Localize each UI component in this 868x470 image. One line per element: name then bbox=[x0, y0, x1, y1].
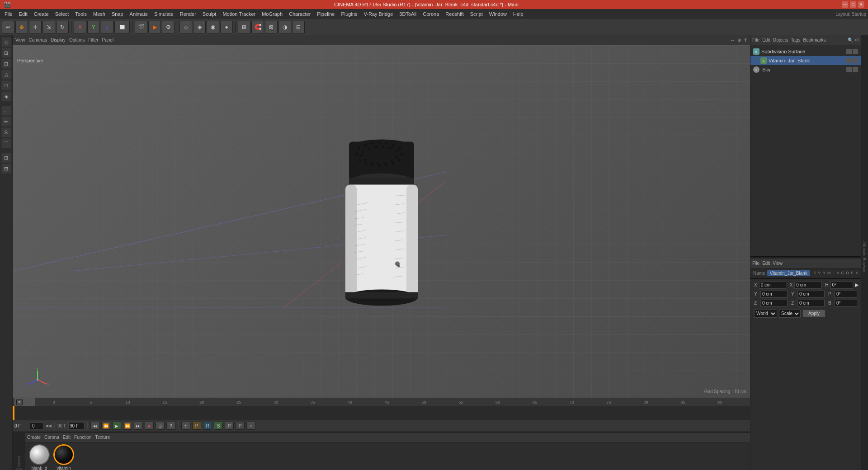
rot-key-btn[interactable]: R bbox=[203, 422, 212, 430]
tool-grid2[interactable]: ⊞ bbox=[1, 153, 11, 163]
menu-mesh[interactable]: Mesh bbox=[90, 10, 108, 18]
coord-h-input[interactable] bbox=[830, 282, 853, 289]
axis-z-button[interactable]: Z bbox=[101, 21, 113, 33]
obj-search-icon[interactable]: 🔍 bbox=[848, 38, 853, 42]
poly-mode-button[interactable]: ◈ bbox=[193, 21, 206, 33]
keyframe-btn[interactable]: ⊙ bbox=[156, 422, 165, 430]
obj-mode-button[interactable]: ◇ bbox=[179, 21, 192, 33]
vp-nav-zoom[interactable]: ⊕ bbox=[737, 38, 741, 42]
tool-dollar[interactable]: S bbox=[1, 127, 11, 137]
obj-vitamin-jar[interactable]: L Vitamin_Jar_Blank bbox=[750, 56, 861, 65]
timeline-options-btn[interactable]: ≡ bbox=[16, 399, 23, 405]
mat-texture-menu[interactable]: Texture bbox=[95, 435, 110, 440]
viewport-content[interactable]: Perspective bbox=[13, 45, 750, 398]
coord-p-input[interactable] bbox=[835, 291, 857, 298]
point-mode-button[interactable]: ● bbox=[220, 21, 233, 33]
menu-snap[interactable]: Snap bbox=[109, 10, 126, 18]
grid-button[interactable]: ⊞ bbox=[238, 21, 250, 33]
render-button[interactable]: ▶ bbox=[148, 21, 161, 33]
tool-4[interactable]: □ bbox=[1, 80, 11, 90]
menu-sculpt[interactable]: Sculpt bbox=[200, 10, 219, 18]
live-sel-button[interactable]: ⊕ bbox=[15, 21, 28, 33]
attr-edit-menu[interactable]: Edit bbox=[762, 261, 770, 266]
mat-function-menu[interactable]: Function bbox=[74, 435, 91, 440]
scale-key-btn[interactable]: S bbox=[214, 422, 223, 430]
attribute-browser-label[interactable]: Attribute Browser bbox=[861, 240, 868, 274]
coord-y-size-input[interactable] bbox=[797, 291, 825, 298]
vp-view-menu[interactable]: View bbox=[15, 38, 25, 42]
timeline-extra[interactable]: ≡ bbox=[246, 422, 255, 430]
vp-options-menu[interactable]: Options bbox=[69, 38, 85, 42]
play-first-btn[interactable]: ⏮ bbox=[90, 422, 99, 430]
vp-filter-menu[interactable]: Filter bbox=[88, 38, 98, 42]
frame-scroll[interactable]: ◀◀ bbox=[45, 423, 52, 428]
coord-z-size-input[interactable] bbox=[797, 300, 825, 307]
rotate-button[interactable]: ↻ bbox=[56, 21, 69, 33]
tool-bp-uv[interactable]: ⊟ bbox=[1, 59, 11, 69]
jar-vis-1[interactable] bbox=[846, 58, 852, 63]
coord-z-pos-input[interactable] bbox=[760, 300, 788, 307]
menu-3dto[interactable]: 3DToAll bbox=[396, 10, 419, 18]
menu-create[interactable]: Create bbox=[31, 10, 52, 18]
menu-mograph[interactable]: MoGraph bbox=[259, 10, 285, 18]
menu-script[interactable]: Script bbox=[467, 10, 486, 18]
coord-x-pos-input[interactable] bbox=[759, 282, 786, 289]
vp-display-menu[interactable]: Display bbox=[51, 38, 66, 42]
sky-vis-1[interactable] bbox=[846, 67, 852, 72]
solo-button[interactable]: ◑ bbox=[278, 21, 291, 33]
menu-render[interactable]: Render bbox=[177, 10, 199, 18]
obj-filter-icon[interactable]: ⚙ bbox=[855, 38, 859, 42]
obj-tags-menu[interactable]: Tags bbox=[791, 38, 800, 42]
play-back-btn[interactable]: ⏪ bbox=[101, 422, 110, 430]
tool-3[interactable]: △ bbox=[1, 70, 11, 80]
menu-edit[interactable]: Edit bbox=[16, 10, 30, 18]
auto-key-btn[interactable]: ? bbox=[166, 422, 175, 430]
coord-btn[interactable]: ⬜ bbox=[114, 21, 130, 33]
pos-key-btn[interactable]: P bbox=[192, 422, 201, 430]
play-fwd-btn[interactable]: ⏩ bbox=[123, 422, 132, 430]
coord-x-size-input[interactable] bbox=[794, 282, 821, 289]
mat-edit-menu[interactable]: Edit bbox=[63, 435, 71, 440]
obj-bookmarks-menu[interactable]: Bookmarks bbox=[803, 38, 826, 42]
obj-edit-menu[interactable]: Edit bbox=[762, 38, 770, 42]
axis-x-button[interactable]: X bbox=[74, 21, 86, 33]
obj-sky[interactable]: ○ Sky bbox=[750, 65, 861, 74]
mat-corona-menu[interactable]: Corona bbox=[44, 435, 59, 440]
vp-nav-rotate[interactable]: ↔ bbox=[730, 38, 735, 42]
play-btn[interactable]: ▶ bbox=[112, 422, 121, 430]
coord-arrow-x[interactable]: ▶ bbox=[855, 282, 859, 288]
coord-y-pos-input[interactable] bbox=[760, 291, 788, 298]
snap-button[interactable]: 🧲 bbox=[251, 21, 264, 33]
coord-space-select[interactable]: World Object Local bbox=[754, 310, 777, 318]
menu-tools[interactable]: Tools bbox=[72, 10, 90, 18]
jar-vis-2[interactable] bbox=[853, 58, 858, 63]
end-frame-input[interactable] bbox=[68, 422, 85, 429]
viewport[interactable]: View Cameras Display Options Filter Pane… bbox=[13, 35, 750, 398]
menu-redshift[interactable]: Redshift bbox=[443, 10, 466, 18]
obj-file-menu[interactable]: File bbox=[752, 38, 760, 42]
move-button[interactable]: ✛ bbox=[29, 21, 42, 33]
material-2[interactable]: vitamin bbox=[53, 444, 74, 470]
mat-create-menu[interactable]: Create bbox=[27, 435, 41, 440]
render-settings-button[interactable]: ⚙ bbox=[162, 21, 175, 33]
scale-button[interactable]: ⇲ bbox=[42, 21, 55, 33]
apply-button[interactable]: Apply bbox=[802, 310, 826, 317]
attr-file-menu[interactable]: File bbox=[752, 261, 760, 266]
pla-key-btn[interactable]: P bbox=[236, 422, 245, 430]
material-1[interactable]: blank_d bbox=[29, 444, 50, 470]
subdiv-vis-2[interactable] bbox=[853, 49, 858, 54]
close-button[interactable]: ✕ bbox=[858, 1, 864, 8]
tool-5[interactable]: ◈ bbox=[1, 91, 11, 101]
tool-line[interactable]: ⌐ bbox=[1, 106, 11, 116]
vp-panel-menu[interactable]: Panel bbox=[102, 38, 114, 42]
menu-motion-tracker[interactable]: Motion Tracker bbox=[220, 10, 258, 18]
menu-select[interactable]: Select bbox=[52, 10, 72, 18]
edge-mode-button[interactable]: ◉ bbox=[207, 21, 219, 33]
subdiv-vis-1[interactable] bbox=[846, 49, 852, 54]
obj-objects-menu[interactable]: Objects bbox=[773, 38, 788, 42]
coord-scale-select[interactable]: Scale Size bbox=[779, 310, 801, 318]
menu-simulate[interactable]: Simulate bbox=[151, 10, 176, 18]
timeline-track[interactable] bbox=[13, 406, 750, 420]
menu-vray[interactable]: V-Ray Bridge bbox=[361, 10, 396, 18]
vp-cameras-menu[interactable]: Cameras bbox=[29, 38, 47, 42]
